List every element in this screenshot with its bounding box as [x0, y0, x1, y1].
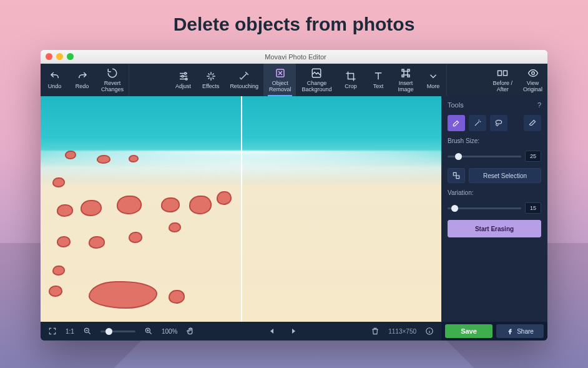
start-erasing-button[interactable]: Start Erasing: [448, 220, 541, 237]
zoom-in-icon: [144, 327, 153, 336]
revert-label: Revert Changes: [101, 81, 124, 92]
facebook-icon: [506, 327, 514, 335]
crop-button[interactable]: Crop: [336, 64, 364, 96]
svg-point-12: [496, 120, 501, 124]
variation-value[interactable]: 15: [525, 202, 541, 214]
more-button[interactable]: More: [419, 64, 446, 96]
selection-mark: [89, 236, 105, 249]
info-button[interactable]: [421, 324, 438, 338]
text-button[interactable]: Text: [364, 64, 391, 96]
adjust-label: Adjust: [175, 84, 191, 89]
selection-mark: [65, 151, 76, 159]
insert-image-label: Insert Image: [398, 81, 413, 92]
lasso-icon: [494, 119, 503, 127]
selection-mark: [49, 286, 62, 297]
reset-selection-button[interactable]: Reset Selection: [469, 168, 541, 183]
selection-mark: [169, 290, 185, 304]
selection-mark: [57, 236, 71, 247]
brush-size-value[interactable]: 25: [525, 151, 541, 162]
retouching-button[interactable]: Retouching: [224, 64, 263, 96]
window-title: Movavi Photo Editor: [49, 53, 542, 61]
revert-changes-button[interactable]: Revert Changes: [96, 64, 129, 96]
lasso-tool-button[interactable]: [490, 115, 507, 131]
brush-size-slider[interactable]: [448, 156, 521, 157]
change-background-button[interactable]: Change Background: [296, 64, 336, 96]
delete-button[interactable]: [367, 324, 383, 338]
variation-slider[interactable]: [448, 207, 521, 209]
fullscreen-icon: [48, 327, 57, 336]
titlebar: Movavi Photo Editor: [41, 50, 547, 64]
effects-label: Effects: [202, 84, 219, 89]
redo-button[interactable]: Redo: [68, 64, 96, 96]
view-original-button[interactable]: View Original: [517, 64, 547, 96]
next-image-button[interactable]: [285, 324, 301, 338]
selection-mark: [57, 204, 73, 217]
brush-tool-button[interactable]: [448, 115, 465, 131]
undo-label: Undo: [48, 84, 62, 89]
crop-icon: [345, 71, 356, 82]
wand-icon: [238, 71, 250, 82]
app-window: Movavi Photo Editor Undo Redo Revert Cha…: [41, 50, 547, 341]
aspect-ratio-label: 1:1: [66, 328, 74, 335]
background-icon: [311, 67, 322, 79]
selection-mark: [189, 196, 212, 214]
more-label: More: [427, 84, 440, 89]
zoom-level-label: 100%: [162, 328, 178, 335]
svg-rect-5: [404, 71, 408, 75]
zoom-out-button[interactable]: [79, 324, 96, 338]
redo-icon: [77, 71, 88, 82]
trash-icon: [371, 327, 380, 336]
pan-tool-button[interactable]: [182, 324, 198, 338]
eye-icon: [527, 67, 539, 79]
zoom-out-icon: [83, 327, 92, 336]
revert-icon: [107, 67, 118, 79]
undo-icon: [49, 71, 61, 82]
selection-mark: [117, 196, 142, 214]
help-button[interactable]: ?: [537, 101, 541, 109]
selection-mark: [161, 197, 180, 212]
before-after-button[interactable]: Before / After: [487, 64, 517, 96]
share-button[interactable]: Share: [496, 324, 544, 338]
fullscreen-button[interactable]: [44, 324, 61, 338]
object-removal-button[interactable]: Object Removal: [263, 64, 296, 96]
object-removal-label: Object Removal: [269, 81, 292, 92]
status-bar: 1:1 100%: [41, 322, 441, 341]
zoom-in-button[interactable]: [140, 324, 157, 338]
text-icon: [373, 71, 384, 82]
magic-wand-tool-button[interactable]: [469, 115, 486, 131]
page-headline: Delete objects from photos: [0, 0, 588, 35]
selection-mark: [81, 200, 102, 216]
text-label: Text: [373, 84, 384, 89]
before-after-label: Before / After: [492, 81, 512, 92]
sliders-icon: [178, 71, 189, 82]
svg-rect-7: [504, 71, 507, 76]
info-icon: [425, 327, 434, 336]
triangle-left-icon: [268, 327, 276, 335]
selection-mark: [89, 281, 157, 309]
eraser-tool-button[interactable]: [524, 115, 541, 131]
selection-mark: [52, 266, 65, 276]
variation-label: Variation:: [448, 189, 541, 196]
image-canvas[interactable]: [41, 96, 441, 322]
effects-button[interactable]: Effects: [197, 64, 224, 96]
object-removal-icon: [275, 67, 286, 79]
view-original-label: View Original: [523, 81, 542, 92]
selection-mark: [129, 155, 139, 162]
svg-point-8: [531, 72, 534, 75]
svg-point-0: [184, 72, 186, 74]
insert-image-button[interactable]: Insert Image: [391, 64, 419, 96]
chevron-down-icon: [428, 71, 439, 82]
selection-mark: [129, 232, 142, 243]
invert-selection-button[interactable]: [448, 168, 465, 183]
before-after-divider[interactable]: [241, 96, 242, 322]
prev-image-button[interactable]: [264, 324, 280, 338]
retouching-label: Retouching: [230, 84, 258, 89]
zoom-slider[interactable]: [100, 331, 135, 332]
undo-button[interactable]: Undo: [41, 64, 68, 96]
insert-image-icon: [400, 67, 411, 79]
adjust-button[interactable]: Adjust: [169, 64, 197, 96]
svg-point-1: [182, 75, 184, 77]
eraser-icon: [528, 119, 537, 127]
save-button[interactable]: Save: [445, 324, 492, 338]
triangle-right-icon: [290, 327, 297, 335]
